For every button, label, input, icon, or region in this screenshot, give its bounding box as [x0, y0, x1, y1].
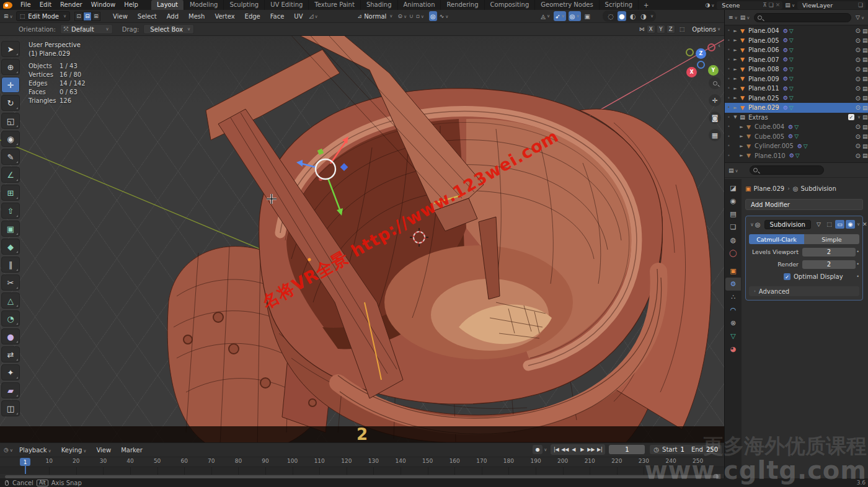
disclosure-icon[interactable]: ►	[738, 153, 745, 158]
disclosure-icon[interactable]: ►	[732, 76, 738, 81]
outliner-row-extras[interactable]: •▼▤Extras✓∨▤	[725, 113, 868, 123]
camera-visibility-icon[interactable]: ▤	[862, 86, 868, 92]
outliner-row-plane.005[interactable]: •►▼Plane.005⚙▽⊙▤	[725, 36, 868, 46]
nav-axis-z[interactable]: Z	[696, 48, 706, 59]
disclosure-icon[interactable]: ►	[732, 67, 738, 72]
eye-visibility-icon[interactable]: ⊙	[856, 143, 861, 149]
subdivision-tab-catmull-clark[interactable]: Catmull-Clark	[749, 234, 804, 244]
outliner-row-plane.009[interactable]: •►▼Plane.009⚙▽⊙▤	[725, 74, 868, 84]
mirror-z-button[interactable]: Z	[666, 25, 675, 33]
new-scene-icon[interactable]: ❏	[769, 2, 774, 8]
pan-view-button[interactable]: ✛	[709, 94, 721, 107]
field-value-render[interactable]: 2	[802, 260, 856, 269]
tool-spin[interactable]: ◔	[1, 310, 20, 327]
edit-mode-display-icon[interactable]: ▽	[814, 220, 823, 229]
disclosure-icon[interactable]: ▼	[732, 115, 738, 120]
disclosure-icon[interactable]: ►	[732, 57, 738, 62]
tab-world[interactable]: ◯	[725, 247, 741, 260]
gizmos-toggle[interactable]: ➶∨	[554, 11, 566, 21]
outliner-editor-icon[interactable]: ≡∨	[728, 14, 738, 20]
nav-axis-neg-z[interactable]	[697, 61, 705, 69]
mirror-y-button[interactable]: Y	[657, 25, 665, 33]
play-reverse-button[interactable]: ◀	[569, 445, 578, 454]
disclosure-icon[interactable]: ►	[738, 144, 745, 149]
mode-dropdown[interactable]: ⬚ Edit Mode ∨	[16, 11, 70, 21]
tab-physics[interactable]: ◠	[725, 304, 741, 317]
camera-visibility-icon[interactable]: ▤	[862, 124, 868, 130]
viewport-menu-view[interactable]: View	[108, 13, 133, 20]
disclosure-icon[interactable]: ►	[732, 95, 738, 100]
face-select-button[interactable]: ⊞	[92, 12, 100, 21]
jump-to-start-button[interactable]: |◀	[552, 445, 560, 454]
tool-measure[interactable]: ∠	[1, 167, 20, 183]
close-icon[interactable]: ✕	[862, 221, 867, 227]
solid-shading-button[interactable]: ●	[618, 11, 626, 21]
disclosure-icon[interactable]: ►	[732, 86, 738, 91]
playhead[interactable]: 1	[20, 458, 30, 466]
disclosure-icon[interactable]: ►	[732, 105, 738, 110]
outliner-row-plane.029[interactable]: •►▼Plane.029⚙▽⊙▤	[725, 103, 868, 113]
workspace-tab-shading[interactable]: Shading	[361, 0, 398, 10]
auto-keying-record-button[interactable]: ●	[533, 445, 542, 454]
timeline-menu-keying[interactable]: Keying∨	[56, 447, 92, 454]
outliner-row-cylinder.005[interactable]: •►▼Cylinder.005⚙▽⊙▤	[725, 141, 868, 151]
workspace-tab-modeling[interactable]: Modeling	[184, 0, 224, 10]
overlays-toggle[interactable]: ◎∨	[569, 11, 581, 21]
filter-icon[interactable]: ▽∨	[856, 14, 864, 20]
view-layer-selector[interactable]: ViewLayer ❏	[797, 1, 866, 9]
camera-visibility-icon[interactable]: ▤	[862, 47, 868, 53]
tool-knife[interactable]: ✂	[1, 274, 20, 291]
edge-select-button[interactable]: ⊟	[83, 12, 92, 21]
disclosure-icon[interactable]: ►	[738, 134, 745, 139]
blender-logo-icon[interactable]	[3, 2, 12, 9]
eye-visibility-icon[interactable]: ⊙	[856, 123, 861, 130]
camera-visibility-icon[interactable]: ▤	[862, 105, 868, 111]
outliner-row-plane.008[interactable]: •►▼Plane.008⚙▽⊙▤	[725, 64, 868, 74]
pin-icon[interactable]: ⊼	[763, 2, 767, 8]
tab-scene[interactable]: ◍	[725, 234, 741, 247]
next-keyframe-button[interactable]: ▶▶	[587, 445, 595, 454]
transform-orientation-dropdown[interactable]: Normal	[364, 13, 386, 20]
advanced-section-toggle[interactable]: › Advanced	[749, 286, 859, 296]
mirror-x-button[interactable]: X	[647, 25, 655, 33]
tool-inset-faces[interactable]: ▣	[1, 221, 20, 237]
field-value-levels-viewport[interactable]: 2	[802, 248, 856, 257]
nav-axis-y[interactable]: Y	[708, 65, 719, 76]
outliner-row-plane.025[interactable]: •►▼Plane.025⚙▽⊙▤	[725, 94, 868, 103]
workspace-tab-texture-paint[interactable]: Texture Paint	[309, 0, 361, 10]
add-workspace-button[interactable]: +	[639, 2, 653, 9]
tool-cursor[interactable]: ⊕	[1, 59, 20, 75]
tool-edge-slide[interactable]: ⇄	[1, 346, 20, 362]
timeline-menu-view[interactable]: View	[91, 447, 116, 454]
viewport-menu-select[interactable]: Select	[133, 13, 162, 20]
animate-dot-icon[interactable]: •	[856, 249, 859, 255]
properties-search-input[interactable]	[750, 165, 824, 175]
optimal-display-checkbox[interactable]: ✓	[784, 273, 790, 280]
timeline-menu-playback[interactable]: Playback∨	[14, 447, 56, 454]
scene-selector[interactable]: Scene ⊼ ❏ ✕	[717, 1, 782, 9]
menu-file[interactable]: File	[16, 0, 35, 10]
tab-output[interactable]: ▤	[725, 208, 741, 221]
camera-visibility-icon[interactable]: ▤	[862, 114, 868, 120]
zoom-view-button[interactable]	[709, 77, 721, 89]
outliner-search-input[interactable]	[754, 13, 851, 22]
timeline-editor-icon[interactable]: ◷∨	[4, 447, 13, 453]
material-shading-button[interactable]: ◐	[629, 11, 637, 21]
tab-object[interactable]: ▣	[725, 265, 741, 278]
camera-visibility-icon[interactable]: ▤	[862, 37, 868, 43]
eye-visibility-icon[interactable]: ⊙	[856, 56, 861, 63]
xray-toggle[interactable]: ▣	[583, 11, 591, 21]
timeline-track[interactable]	[0, 467, 724, 474]
eye-visibility-icon[interactable]: ⊙	[856, 37, 861, 44]
tool-shear[interactable]: ▰	[1, 382, 20, 398]
tool-fallback-icon[interactable]: ◿∨	[309, 13, 318, 19]
viewport-menu-face[interactable]: Face	[265, 13, 290, 20]
tab-modifiers[interactable]: ⚙	[725, 278, 741, 291]
tool-scale[interactable]: ◱	[1, 113, 20, 129]
start-frame-field[interactable]: 1	[681, 446, 684, 453]
modifier-extras-icon[interactable]: ∨	[857, 222, 860, 227]
workspace-tab-scripting[interactable]: Scripting	[600, 0, 639, 10]
boot-model[interactable]	[167, 36, 711, 442]
scene-icon[interactable]: ◑∨	[705, 2, 714, 8]
eye-visibility-icon[interactable]: ⊙	[856, 46, 861, 53]
